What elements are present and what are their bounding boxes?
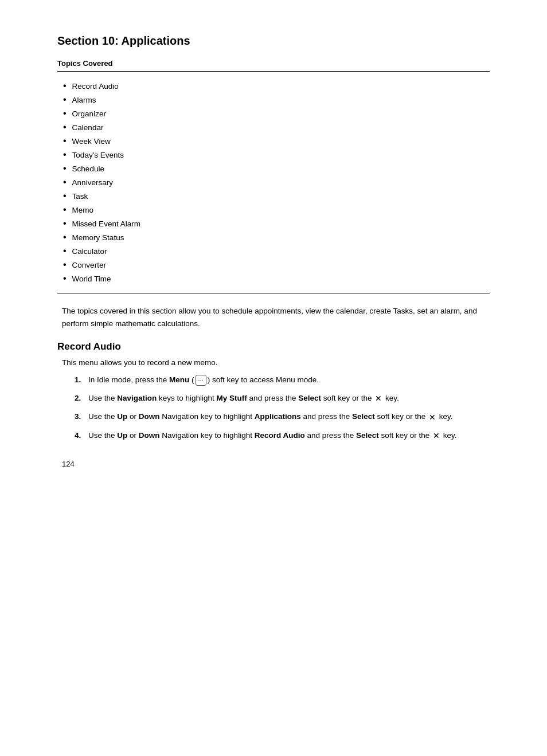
bold-text: Menu [169, 375, 189, 384]
list-item: World Time [63, 273, 490, 284]
intro-text: The topics covered in this section allow… [57, 305, 490, 330]
topics-covered-label: Topics Covered [57, 59, 490, 68]
bold-text: Select [352, 412, 375, 421]
step-number: 4. [75, 429, 84, 442]
bold-text: Up [117, 412, 127, 421]
list-item: Converter [63, 260, 490, 270]
bold-text: My Stuff [217, 394, 247, 402]
bold-text: Up [117, 431, 127, 440]
star-icon: ✕ [375, 392, 382, 405]
list-item: Today's Events [63, 150, 490, 160]
divider-bottom [57, 293, 490, 293]
step-content: Use the Up or Down Navigation key to hig… [88, 429, 490, 442]
bold-text: Down [139, 412, 160, 421]
step-content: In Idle mode, press the Menu (···) soft … [88, 374, 490, 386]
bold-text: Select [298, 394, 321, 402]
bold-text: Record Audio [255, 431, 305, 440]
step-content: Use the Navigation keys to highlight My … [88, 392, 490, 405]
list-item: Anniversary [63, 177, 490, 187]
step-number: 3. [75, 410, 84, 424]
list-item: Memory Status [63, 232, 490, 242]
list-item: Week View [63, 136, 490, 146]
page-number: 124 [57, 460, 490, 468]
list-item: Task [63, 191, 490, 201]
bold-text: Applications [255, 412, 301, 421]
bold-text: Select [356, 431, 379, 440]
record-audio-intro: This menu allows you to record a new mem… [57, 358, 490, 367]
menu-icon: ··· [196, 375, 206, 386]
list-item: Memo [63, 205, 490, 215]
list-item: Record Audio [63, 81, 490, 91]
step-item: 3.Use the Up or Down Navigation key to h… [75, 410, 490, 424]
bold-text: Down [139, 431, 160, 440]
list-item: Calendar [63, 122, 490, 132]
list-item: Alarms [63, 95, 490, 105]
page-container: Section 10: Applications Topics Covered … [0, 0, 547, 503]
divider-top [57, 71, 490, 72]
list-item: Schedule [63, 163, 490, 174]
step-item: 4.Use the Up or Down Navigation key to h… [75, 429, 490, 442]
steps-list: 1.In Idle mode, press the Menu (···) sof… [57, 374, 490, 442]
list-item: Calculator [63, 246, 490, 256]
section-title: Section 10: Applications [57, 34, 490, 48]
list-item: Missed Event Alarm [63, 218, 490, 229]
step-item: 1.In Idle mode, press the Menu (···) sof… [75, 374, 490, 386]
step-item: 2.Use the Navigation keys to highlight M… [75, 392, 490, 405]
record-audio-title: Record Audio [57, 341, 490, 352]
bold-text: Navigation [117, 394, 157, 402]
step-number: 1. [75, 374, 84, 386]
star-icon: ✕ [433, 429, 440, 442]
list-item: Organizer [63, 108, 490, 119]
star-icon: ✕ [429, 411, 436, 424]
step-content: Use the Up or Down Navigation key to hig… [88, 410, 490, 424]
topics-list: Record AudioAlarmsOrganizerCalendarWeek … [57, 81, 490, 284]
step-number: 2. [75, 392, 84, 405]
